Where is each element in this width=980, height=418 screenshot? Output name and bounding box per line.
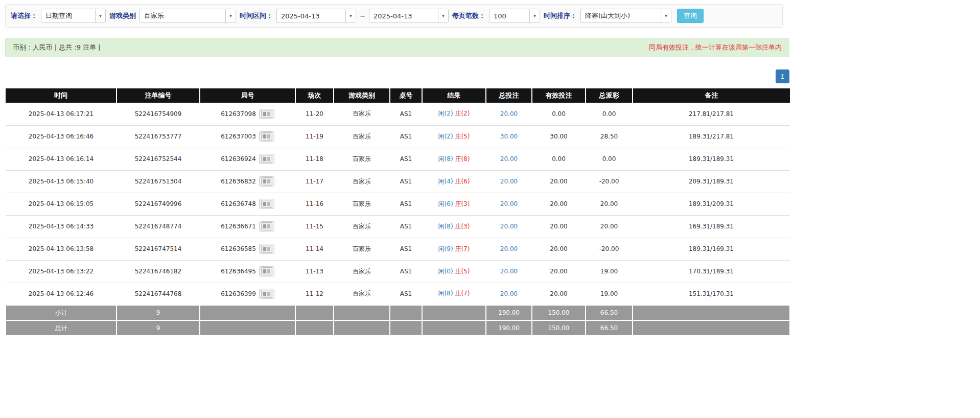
cards-icon [261, 290, 272, 298]
cell-remark: 151.31/170.31 [633, 283, 790, 305]
cell-time: 2025-04-13 06:15:40 [6, 170, 116, 193]
cell-total-bet: 20.00 [486, 170, 532, 193]
total-bet-link[interactable]: 20.00 [500, 110, 518, 118]
view-round-button[interactable] [259, 199, 274, 209]
banker-result: 庄(5) [455, 133, 470, 140]
cell-total-bet: 20.00 [486, 103, 532, 125]
col-total-bet: 总投注 [486, 88, 532, 103]
cell-total-bet: 20.00 [486, 260, 532, 283]
cell-valid-bet: 20.00 [532, 193, 586, 215]
cell-result: 闲(0) 庄(5) [422, 260, 486, 283]
cell-session: 11-18 [295, 148, 334, 170]
sort-select[interactable]: 降幂(由大到小) ▾ [580, 9, 671, 23]
round-number: 612637003 [221, 133, 256, 140]
table-header-row: 时间 注单编号 局号 场次 游戏类别 桌号 结果 总投注 有效投注 总派彩 备注 [6, 88, 790, 103]
cell-payout: 20.00 [586, 193, 633, 215]
date-from-select[interactable]: 2025-04-13 ▾ [276, 9, 356, 23]
total-bet-link[interactable]: 20.00 [500, 223, 518, 230]
view-round-button[interactable] [259, 289, 274, 299]
filter-bar: 请选择： 日期查询 ▾ 游戏类别 百家乐 ▾ 时间区间： 2025-04-13 … [5, 4, 783, 28]
view-round-button[interactable] [259, 109, 274, 119]
total-bet-link[interactable]: 30.00 [500, 133, 518, 140]
empty-cell [200, 320, 295, 336]
total-bet-link[interactable]: 20.00 [500, 268, 518, 275]
query-type-value: 日期查询 [41, 9, 95, 22]
pagination: 1 [5, 69, 789, 83]
col-session: 场次 [295, 88, 334, 103]
total-bet-link[interactable]: 20.00 [500, 178, 518, 185]
cell-time: 2025-04-13 06:16:14 [6, 148, 116, 170]
cell-valid-bet: 30.00 [532, 125, 586, 148]
cell-game: 百家乐 [334, 283, 390, 305]
table-row: 2025-04-13 06:16:14522416752544612636924… [6, 148, 790, 170]
total-count: 9 [116, 320, 200, 336]
player-result: 闲(6) [438, 200, 453, 207]
search-button[interactable]: 查询 [677, 9, 704, 23]
cell-payout: 0.00 [586, 148, 633, 170]
cell-result: 闲(9) 庄(7) [422, 238, 486, 260]
view-round-button[interactable] [259, 244, 274, 254]
subtotal-valid-bet: 150.00 [532, 305, 586, 320]
subtotal-total-bet: 190.00 [486, 305, 532, 320]
cell-bet-id: 522416753777 [116, 125, 200, 148]
cell-round: 612636495 [200, 260, 295, 283]
banker-result: 庄(3) [455, 200, 470, 207]
cell-bet-id: 522416752544 [116, 148, 200, 170]
per-page-label: 每页笔数： [452, 11, 485, 20]
total-valid-bet: 150.00 [532, 320, 586, 336]
view-round-button[interactable] [259, 266, 274, 276]
cell-valid-bet: 20.00 [532, 215, 586, 238]
total-bet-link[interactable]: 20.00 [500, 200, 518, 207]
view-round-button[interactable] [259, 131, 274, 142]
cell-payout: -20.00 [586, 238, 633, 260]
cell-time: 2025-04-13 06:13:22 [6, 260, 116, 283]
cell-session: 11-19 [295, 125, 334, 148]
banker-result: 庄(3) [455, 223, 470, 230]
cell-table: AS1 [390, 125, 422, 148]
time-range-label: 时间区间： [240, 11, 273, 20]
sort-label: 时间排序： [544, 11, 577, 20]
col-bet-id: 注单编号 [116, 88, 200, 103]
view-round-button[interactable] [259, 176, 274, 187]
cell-time: 2025-04-13 06:12:46 [6, 283, 116, 305]
empty-cell [633, 305, 790, 320]
cell-table: AS1 [390, 283, 422, 305]
chevron-down-icon: ▾ [529, 9, 540, 22]
cell-round: 612636399 [200, 283, 295, 305]
subtotal-count: 9 [116, 305, 200, 320]
cell-valid-bet: 0.00 [532, 148, 586, 170]
col-payout: 总派彩 [586, 88, 633, 103]
cell-total-bet: 20.00 [486, 148, 532, 170]
view-round-button[interactable] [259, 154, 274, 164]
col-valid-bet: 有效投注 [532, 88, 586, 103]
view-round-button[interactable] [259, 221, 274, 231]
cell-valid-bet: 0.00 [532, 103, 586, 125]
table-body: 2025-04-13 06:17:21522416754909612637098… [6, 103, 790, 305]
select-label: 请选择： [11, 11, 37, 20]
total-label: 总计 [6, 320, 116, 336]
chevron-down-icon: ▾ [95, 9, 105, 22]
cell-payout: 19.00 [586, 260, 633, 283]
cell-game: 百家乐 [334, 103, 390, 125]
cell-round: 612636748 [200, 193, 295, 215]
cell-round: 612636671 [200, 215, 295, 238]
sort-value: 降幂(由大到小) [581, 9, 661, 22]
total-bet-link[interactable]: 20.00 [500, 290, 518, 297]
per-page-select[interactable]: 100 ▾ [489, 9, 540, 23]
query-type-select[interactable]: 日期查询 ▾ [41, 9, 106, 23]
date-to-select[interactable]: 2025-04-13 ▾ [369, 9, 449, 23]
cell-remark: 189.31/217.81 [633, 125, 790, 148]
banker-result: 庄(2) [455, 110, 470, 117]
cell-remark: 217.81/217.81 [633, 103, 790, 125]
cell-time: 2025-04-13 06:13:58 [6, 238, 116, 260]
cell-game: 百家乐 [334, 125, 390, 148]
game-type-select[interactable]: 百家乐 ▾ [139, 9, 236, 23]
round-number: 612636832 [221, 178, 256, 185]
page-button-1[interactable]: 1 [776, 69, 789, 83]
total-bet-link[interactable]: 20.00 [500, 155, 518, 162]
cards-icon [261, 110, 272, 118]
cell-payout: -20.00 [586, 170, 633, 193]
total-bet-link[interactable]: 20.00 [500, 245, 518, 252]
subtotal-label: 小计 [6, 305, 116, 320]
cell-payout: 20.00 [586, 215, 633, 238]
